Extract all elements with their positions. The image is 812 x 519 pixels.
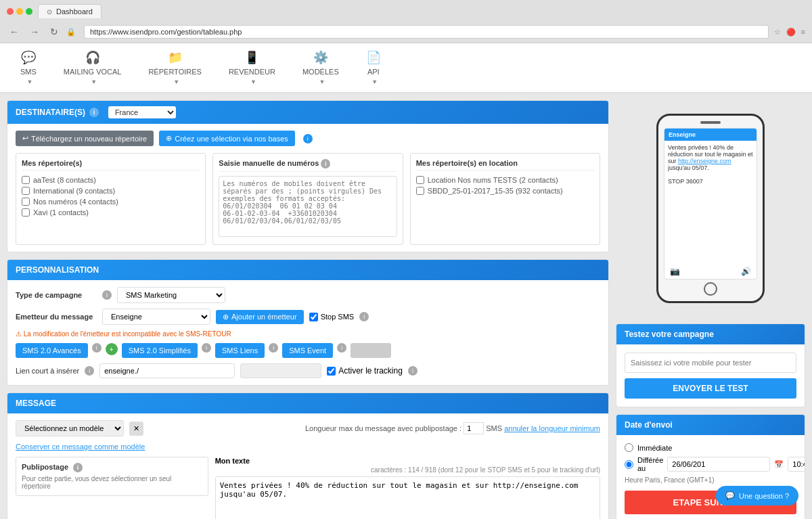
sms-icon: 💬 — [21, 50, 36, 65]
mailing-arrow: ▼ — [91, 78, 97, 85]
country-select[interactable]: France — [108, 106, 176, 118]
date-input[interactable] — [667, 457, 770, 472]
clear-model-button[interactable]: ✕ — [129, 422, 143, 436]
date-envoi-header: Date d'envoi — [616, 415, 805, 435]
conserver-modele-link[interactable]: Conserver ce message comme modèle — [16, 443, 145, 451]
forward-button[interactable]: → — [27, 25, 42, 39]
dest-info-icon[interactable]: i — [89, 108, 99, 117]
date-envoi-title: Date d'envoi — [625, 420, 673, 430]
nav-item-modeles[interactable]: ⚙️ MODÈLES ▼ — [289, 43, 353, 93]
sms-liens-button[interactable]: SMS Liens — [215, 343, 265, 358]
tracking-info-icon[interactable]: i — [408, 366, 418, 376]
event-info-icon[interactable]: i — [337, 343, 346, 353]
mon-texte-section: Mon texte caractères : 114 / 918 (dont 1… — [215, 457, 600, 519]
differee-row: Différée au 📅 ▲▼ — [625, 456, 796, 472]
create-selection-button[interactable]: ⊕ Créez une sélection via nos bases — [159, 131, 295, 146]
upload-repertoire-button[interactable]: ↩ Téléchargez un nouveau répertoire — [16, 131, 154, 146]
rep-checkbox-0[interactable] — [22, 176, 30, 184]
time-input[interactable] — [788, 457, 805, 472]
message-card: MESSAGE Sélectionnez un modèle ✕ Longueu… — [7, 392, 609, 519]
extension-icon: 🔴 — [786, 28, 796, 37]
envoyer-test-button[interactable]: ENVOYER LE TEST — [625, 378, 796, 399]
message-header: MESSAGE — [7, 393, 608, 413]
longueur-input[interactable] — [464, 422, 484, 434]
help-icon: 💬 — [725, 491, 735, 500]
avances-info-icon[interactable]: i — [92, 343, 102, 353]
nav-item-mailing[interactable]: 🎧 MAILING VOCAL ▼ — [50, 43, 135, 93]
repertoires-header: Mes répertoire(s) — [22, 159, 200, 171]
type-campagne-select[interactable]: SMS Marketing — [117, 287, 225, 303]
loc-checkbox-1[interactable] — [416, 187, 424, 195]
sms-event-button[interactable]: SMS Event — [282, 343, 333, 358]
test-mobile-input[interactable] — [625, 353, 796, 373]
maximize-dot[interactable] — [26, 8, 32, 15]
stop-sms-checkbox[interactable] — [309, 313, 318, 321]
add-emetteur-button[interactable]: ⊕ Ajouter un émetteur — [216, 310, 304, 324]
api-icon: 📄 — [366, 50, 381, 65]
destinataires-title: DESTINATAIRE(S) — [16, 108, 85, 117]
immediate-radio[interactable] — [625, 443, 633, 452]
saisie-textarea[interactable] — [219, 176, 397, 237]
nav-item-revendeur[interactable]: 📱 REVENDEUR ▼ — [215, 43, 289, 93]
sms-event-toggle[interactable] — [351, 343, 391, 358]
nav-label-modeles: MODÈLES — [302, 68, 339, 76]
lien-court-row: Lien court à insérer i Activer le tracki… — [16, 363, 600, 378]
minimize-dot[interactable] — [16, 8, 23, 15]
address-bar[interactable] — [84, 25, 769, 39]
rep-checkbox-1[interactable] — [22, 187, 30, 195]
nav-label-sms: SMS — [20, 68, 37, 76]
personnalisation-card: PERSONNALISATION Type de campagne i SMS … — [7, 259, 609, 386]
help-button[interactable]: 💬 Une question ? — [716, 486, 798, 505]
list-item: Location Nos nums TESTS (2 contacts) — [416, 175, 594, 185]
camera-icon: 📷 — [670, 267, 680, 276]
lien-court-suffix-input[interactable] — [240, 363, 321, 378]
immediate-label: Immédiate — [637, 444, 672, 452]
annuler-longueur-link[interactable]: annuler la longueur minimum — [504, 424, 600, 432]
back-button[interactable]: ← — [7, 25, 22, 39]
emetteur-label: Emetteur du message — [16, 313, 97, 321]
nav-item-api[interactable]: 📄 API ▼ — [353, 43, 394, 93]
immediate-row: Immédiate — [625, 443, 796, 452]
nav-item-sms[interactable]: 💬 SMS ▼ — [7, 43, 50, 93]
message-top-row: Sélectionnez un modèle ✕ Longueur max du… — [16, 420, 600, 436]
model-select[interactable]: Sélectionnez un modèle — [16, 420, 124, 436]
nav-label-api: API — [367, 68, 380, 76]
modeles-arrow: ▼ — [319, 78, 325, 85]
refresh-button[interactable]: ↻ — [47, 25, 61, 39]
loc-checkbox-0[interactable] — [416, 176, 424, 184]
repertoires-icon: 📁 — [168, 50, 183, 65]
sms-simplifies-button[interactable]: SMS 2.0 Simplifiés — [122, 343, 198, 358]
phone-home-button — [704, 282, 717, 296]
liens-info-icon[interactable]: i — [269, 343, 278, 353]
mes-repertoires-col: Mes répertoire(s) aaTest (8 contacts) In… — [16, 153, 206, 245]
saisie-info-icon[interactable]: i — [321, 159, 330, 168]
simplifies-info-icon[interactable]: i — [202, 343, 211, 353]
phone-screen: Enseigne Ventes privées ! 40% de réducti… — [664, 128, 757, 279]
avances-plus-icon[interactable]: + — [106, 343, 118, 355]
create-info-icon[interactable]: i — [303, 134, 313, 143]
rep-checkbox-2[interactable] — [22, 198, 30, 206]
close-dot[interactable] — [7, 8, 14, 15]
upload-icon: ↩ — [22, 134, 28, 143]
emetteur-select[interactable]: Enseigne — [102, 309, 210, 325]
personnalisation-title: PERSONNALISATION — [16, 265, 99, 275]
revendeur-arrow: ▼ — [250, 78, 256, 85]
publipostage-desc: Pour cette partie, vous devez sélectionn… — [22, 475, 202, 490]
rep-checkbox-3[interactable] — [22, 208, 30, 217]
lien-court-input[interactable] — [99, 363, 235, 378]
message-title: MESSAGE — [16, 399, 56, 408]
differee-radio[interactable] — [625, 460, 633, 469]
list-item: Nos numéros (4 contacts) — [22, 196, 200, 207]
publipostage-section: Publipostage i Pour cette partie, vous d… — [16, 457, 208, 519]
sms-avances-button[interactable]: SMS 2.0 Avancés — [16, 343, 88, 358]
modeles-icon: ⚙️ — [313, 50, 328, 65]
calendar-icon[interactable]: 📅 — [774, 460, 784, 469]
nav-item-repertoires[interactable]: 📁 RÉPERTOIRES ▼ — [135, 43, 215, 93]
publipostage-title: Publipostage i — [22, 463, 202, 472]
stop-info-icon[interactable]: i — [359, 312, 369, 321]
message-textarea[interactable]: Ventes privées ! 40% de réduction sur to… — [215, 476, 600, 519]
publipostage-info-icon[interactable]: i — [73, 463, 83, 472]
lien-info-icon[interactable]: i — [85, 366, 94, 376]
tracking-checkbox[interactable] — [327, 367, 336, 376]
type-info-icon[interactable]: i — [102, 290, 112, 300]
